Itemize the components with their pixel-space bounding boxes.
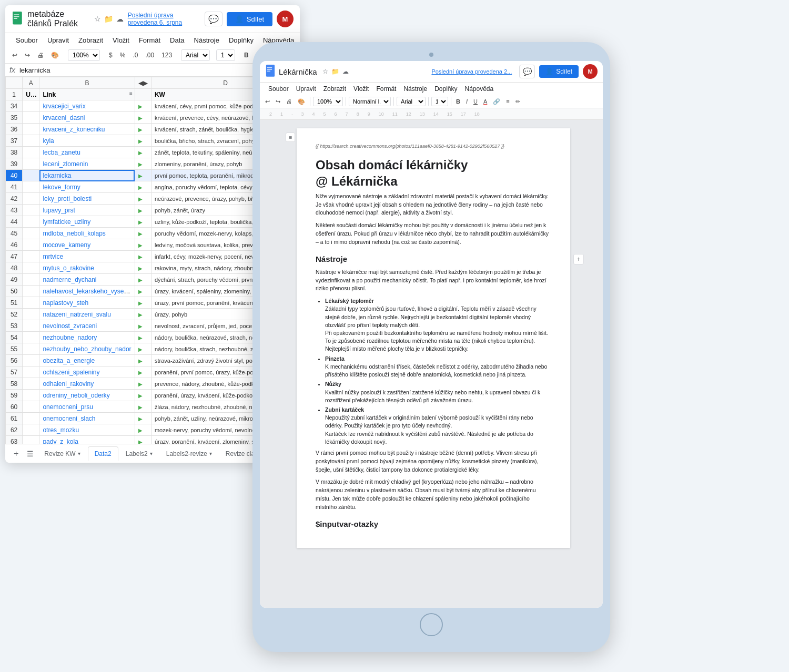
cell-url[interactable] [23,274,39,286]
cell-link[interactable]: mytus_o_rakovine [39,262,135,274]
cell-link[interactable]: krvaceni_dasni [39,112,135,124]
cell-url[interactable] [23,436,39,444]
folder-icon[interactable]: 📁 [104,15,113,23]
cell-arrow[interactable]: ▶ [135,170,151,181]
docs-comment-button[interactable]: 💬 [519,65,535,78]
cell-link[interactable]: nezhoubne_nadory [39,332,135,343]
tab-revize-kw[interactable]: Revize KW ▾ [38,447,86,461]
docs-paint-button[interactable]: 🎨 [296,97,307,106]
cell-arrow[interactable]: ▶ [135,297,151,309]
cell-url[interactable] [23,158,39,170]
cell-arrow[interactable]: ▶ [135,124,151,135]
cell-arrow[interactable]: ▶ [135,193,151,205]
cell-arrow[interactable]: ▶ [135,216,151,228]
tab-data2[interactable]: Data2 [88,446,118,461]
cell-link[interactable]: ochlazeni_spaleniny [39,366,135,378]
cell-arrow[interactable]: ▶ [135,309,151,320]
cell-arrow[interactable]: ▶ [135,424,151,436]
decimal2-button[interactable]: .00 [143,50,157,60]
cell-arrow[interactable]: ▶ [135,112,151,124]
cell-url[interactable] [23,297,39,309]
cell-url[interactable] [23,320,39,332]
docs-star-icon[interactable]: ☆ [322,68,328,75]
cell-url[interactable] [23,401,39,413]
cell-link[interactable]: onemocneni_slach [39,413,135,424]
cell-link[interactable]: mrtvice [39,251,135,262]
docs-underline-button[interactable]: U [471,97,480,106]
tab-list-button[interactable]: ☰ [24,447,37,460]
cell-url[interactable] [23,390,39,401]
cell-link[interactable]: odhaleni_rakoviny [39,378,135,390]
cell-url[interactable] [23,216,39,228]
cell-url[interactable] [23,378,39,390]
cell-arrow[interactable]: ▶ [135,286,151,297]
menu-data[interactable]: Data [166,34,188,46]
cell-arrow[interactable]: ▶ [135,158,151,170]
docs-menu-vlozit[interactable]: Vložit [350,84,372,94]
docs-share-button[interactable]: 👤 Sdílet [539,65,579,78]
docs-font-select[interactable]: Arial [397,97,426,106]
cell-arrow[interactable]: ▶ [135,228,151,239]
cell-url[interactable] [23,332,39,343]
cell-link[interactable]: mdloba_neboli_kolaps [39,228,135,239]
cell-link[interactable]: pady_z_kola [39,436,135,444]
cell-arrow[interactable]: ▶ [135,181,151,193]
cell-link[interactable]: kyla [39,135,135,147]
sheets-share-button[interactable]: 👤 Sdílet [227,12,272,26]
cell-arrow[interactable]: ▶ [135,205,151,216]
docs-print-button[interactable]: 🖨 [284,97,294,106]
cell-url[interactable] [23,170,39,181]
docs-menu-soubor[interactable]: Soubor [265,84,292,94]
docs-menu-upravit[interactable]: Upravit [293,84,319,94]
cell-link[interactable]: krvacejici_varix [39,100,135,112]
cell-url[interactable] [23,135,39,147]
redo-button[interactable]: ↪ [22,50,33,60]
cell-arrow[interactable]: ▶ [135,274,151,286]
menu-soubor[interactable]: Soubor [12,34,42,46]
cell-link[interactable]: onemocneni_prsu [39,401,135,413]
sheets-avatar[interactable]: M [277,11,294,27]
menu-nastroje[interactable]: Nástroje [190,34,224,46]
cell-link[interactable]: lekarnicka [39,170,135,181]
menu-upravit[interactable]: Upravit [43,34,73,46]
cell-link[interactable]: mocove_kameny [39,239,135,251]
undo-button[interactable]: ↩ [9,50,20,60]
menu-zobrazit[interactable]: Zobrazit [74,34,107,46]
menu-format[interactable]: Formát [135,34,165,46]
docs-cloud-icon[interactable]: ☁ [342,68,349,75]
star-icon[interactable]: ☆ [94,15,101,23]
add-sheet-button[interactable]: + [9,447,23,461]
cell-url[interactable] [23,112,39,124]
cell-url[interactable] [23,366,39,378]
cell-link[interactable]: nevolnost_zvraceni [39,320,135,332]
cell-arrow[interactable]: ▶ [135,135,151,147]
cell-url[interactable] [23,147,39,158]
fontsize-select[interactable]: 10 [216,49,235,61]
cell-link[interactable]: lekove_formy [39,181,135,193]
cell-arrow[interactable]: ▶ [135,401,151,413]
cloud-icon[interactable]: ☁ [116,15,124,23]
cell-link[interactable]: naplastovy_steh [39,297,135,309]
cell-arrow[interactable]: ▶ [135,355,151,366]
cell-arrow[interactable]: ▶ [135,100,151,112]
docs-add-comment-icon[interactable]: + [573,254,584,264]
format123-button[interactable]: 123 [159,50,175,60]
cell-arrow[interactable]: ▶ [135,413,151,424]
sheets-comment-button[interactable]: 💬 [205,12,222,26]
currency-button[interactable]: $ [106,50,115,60]
cell-link[interactable]: obezita_a_energie [39,355,135,366]
docs-italic-button[interactable]: I [464,97,470,106]
cell-url[interactable] [23,239,39,251]
cell-link[interactable]: otres_mozku [39,424,135,436]
docs-menu-doplnky[interactable]: Doplňky [431,84,460,94]
cell-url[interactable] [23,286,39,297]
cell-arrow[interactable]: ▶ [135,343,151,355]
col-header-b[interactable]: B [39,77,135,89]
docs-sidebar-icon[interactable]: ≡ [286,133,295,142]
docs-color-button[interactable]: A [481,97,489,106]
docs-style-select[interactable]: Normální l... [349,97,391,106]
cell-arrow[interactable]: ▶ [135,147,151,158]
cell-link[interactable]: lymfaticke_uzliny [39,216,135,228]
col-header-a[interactable]: A [23,77,39,89]
cell-arrow[interactable]: ▶ [135,251,151,262]
